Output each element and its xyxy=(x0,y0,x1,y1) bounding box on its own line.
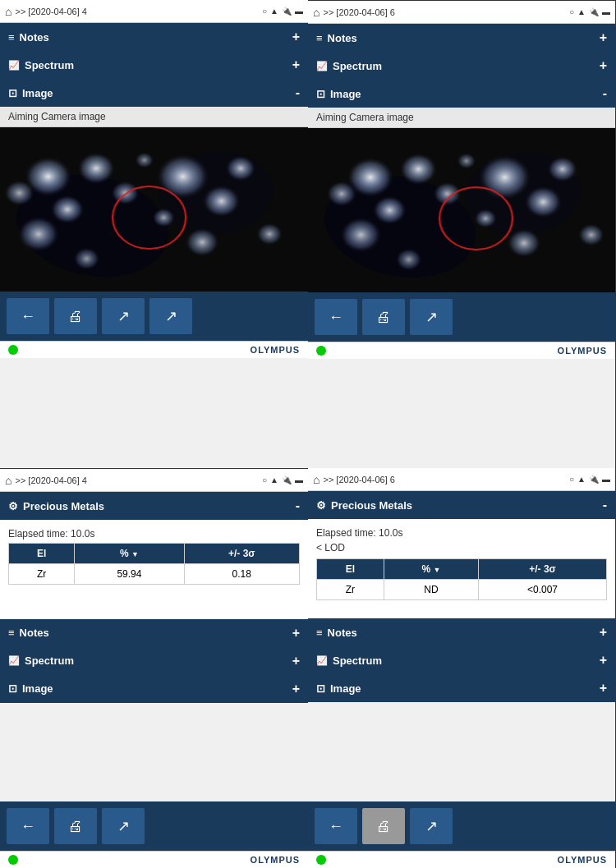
spectrum-toggle-br[interactable]: + xyxy=(600,653,607,668)
export1-button-br[interactable]: ↗ xyxy=(410,808,453,844)
image-label-tr: Image xyxy=(330,88,361,100)
spacer-br xyxy=(308,702,615,801)
usb-icon-tr: 🔌 xyxy=(589,7,599,16)
image-label-tl: Image xyxy=(22,87,53,99)
pm-toggle-br[interactable]: - xyxy=(603,498,607,512)
notes-header-tl[interactable]: ≡ Notes + xyxy=(0,23,308,51)
wifi-icon-br: ▲ xyxy=(577,475,586,484)
breadcrumb-top-left: >> [2020-04-06] 4 xyxy=(15,7,86,16)
cell-pct-bl-0: 59.94 xyxy=(75,564,184,585)
print-button-bl[interactable]: 🖨 xyxy=(54,808,97,844)
camera-canvas-tr xyxy=(308,128,615,292)
back-button-tl[interactable]: ← xyxy=(7,298,49,334)
spectrum-header-bl[interactable]: 📈 Spectrum + xyxy=(0,647,308,675)
image-toggle-tl[interactable]: - xyxy=(296,85,300,100)
spectrum-label-bl: Spectrum xyxy=(25,654,74,667)
image-title-tl: Aiming Camera image xyxy=(0,107,308,127)
back-button-bl[interactable]: ← xyxy=(7,808,49,844)
image-toggle-br[interactable]: + xyxy=(600,681,607,696)
pm-label-bl: Precious Metals xyxy=(23,500,104,512)
image-header-tr[interactable]: ⊡ Image - xyxy=(308,80,615,108)
image-toggle-bl[interactable]: + xyxy=(292,682,300,696)
cell-el-br-0: Zr xyxy=(317,580,384,600)
olympus-logo-bl: OLYMPUS xyxy=(251,855,300,865)
spectrum-toggle-tl[interactable]: + xyxy=(292,57,300,72)
back-button-tr[interactable]: ← xyxy=(315,299,357,335)
footer-br: OLYMPUS xyxy=(308,851,615,868)
usb-icon-bl: 🔌 xyxy=(282,475,292,485)
status-bar-top-right: ⌂ >> [2020-04-06] 6 ○ ▲ 🔌 ▬ xyxy=(308,1,615,24)
precious-metals-header-br[interactable]: ⚙ Precious Metals - xyxy=(308,491,615,519)
spectrum-icon-tl: 📈 xyxy=(8,60,20,71)
spectrum-toggle-bl[interactable]: + xyxy=(292,654,300,668)
notes-toggle-tr[interactable]: + xyxy=(600,30,607,45)
notes-icon-tl: ≡ xyxy=(8,31,15,44)
panel-top-left: ⌂ >> [2020-04-06] 4 ○ ▲ 🔌 ▬ ≡ Notes + 📈 … xyxy=(0,0,308,468)
image-header-bl[interactable]: ⊡ Image + xyxy=(0,675,308,703)
status-icons-br: ○ ▲ 🔌 ▬ xyxy=(569,475,610,484)
spectrum-icon-bl: 📈 xyxy=(8,655,20,666)
image-header-br[interactable]: ⊡ Image + xyxy=(308,674,615,702)
notes-icon-br: ≡ xyxy=(316,627,323,639)
footer-bl: OLYMPUS xyxy=(0,851,308,868)
pm-toggle-bl[interactable]: - xyxy=(296,498,300,513)
breadcrumb-bottom-left: >> [2020-04-06] 4 xyxy=(15,475,86,485)
notes-toggle-bl[interactable]: + xyxy=(292,626,300,641)
wifi-icon: ▲ xyxy=(270,7,278,16)
status-dot-bl xyxy=(8,855,18,865)
notes-header-bl[interactable]: ≡ Notes + xyxy=(0,619,308,647)
export1-button-bl[interactable]: ↗ xyxy=(102,808,145,844)
table-row-br-0: Zr ND <0.007 xyxy=(317,580,607,600)
usb-icon-br: 🔌 xyxy=(589,475,599,484)
home-icon-br: ⌂ xyxy=(313,473,319,486)
export2-button-tl[interactable]: ↗ xyxy=(149,298,192,334)
status-icons: ○ ▲ 🔌 ▬ xyxy=(262,7,303,16)
notes-icon-bl: ≡ xyxy=(8,627,15,639)
action-bar-tr: ← 🖨 ↗ xyxy=(308,292,615,342)
panel-top-right: ⌂ >> [2020-04-06] 6 ○ ▲ 🔌 ▬ ≡ Notes + 📈 … xyxy=(308,0,616,468)
notes-toggle-br[interactable]: + xyxy=(600,625,607,640)
camera-image-tr xyxy=(308,128,615,292)
print-button-tr[interactable]: 🖨 xyxy=(362,299,405,335)
image-label-br: Image xyxy=(330,682,361,695)
export1-button-tr[interactable]: ↗ xyxy=(410,299,453,335)
notes-label-br: Notes xyxy=(328,627,357,639)
notes-header-br[interactable]: ≡ Notes + xyxy=(308,618,615,646)
pm-label-br: Precious Metals xyxy=(331,499,412,512)
notes-label-tl: Notes xyxy=(20,31,49,44)
print-button-br[interactable]: 🖨 xyxy=(362,808,405,844)
col-pct-bl[interactable]: % ▼ xyxy=(75,544,184,564)
usb-icon: 🔌 xyxy=(282,7,292,16)
spectrum-header-br[interactable]: 📈 Spectrum + xyxy=(308,646,615,674)
battery-icon-bl: ▬ xyxy=(295,475,303,485)
spectrum-label-tl: Spectrum xyxy=(25,59,74,71)
image-icon-br: ⊡ xyxy=(316,682,325,695)
status-icons-tr: ○ ▲ 🔌 ▬ xyxy=(569,7,610,16)
status-icons-bl: ○ ▲ 🔌 ▬ xyxy=(262,475,303,485)
breadcrumb-bottom-right: >> [2020-04-06] 6 xyxy=(323,475,394,485)
col-sigma-br: +/- 3σ xyxy=(479,559,607,580)
spectrum-toggle-tr[interactable]: + xyxy=(600,58,607,73)
spectrum-header-tl[interactable]: 📈 Spectrum + xyxy=(0,51,308,79)
image-icon-tr: ⊡ xyxy=(316,88,325,100)
notes-header-tr[interactable]: ≡ Notes + xyxy=(308,24,615,52)
image-icon-tl: ⊡ xyxy=(8,87,17,99)
data-table-br: El % ▼ +/- 3σ Zr ND <0.007 xyxy=(316,558,607,600)
print-button-tl[interactable]: 🖨 xyxy=(54,298,97,334)
col-sigma-bl: +/- 3σ xyxy=(184,544,299,564)
pm-content-bl: Elapsed time: 10.0s El % ▼ +/- 3σ Zr 59.… xyxy=(0,520,308,619)
col-el-br: El xyxy=(317,559,384,580)
image-content-tl: Aiming Camera image xyxy=(0,107,308,292)
notes-toggle-tl[interactable]: + xyxy=(292,30,300,44)
notes-icon-tr: ≡ xyxy=(316,32,323,44)
spectrum-header-tr[interactable]: 📈 Spectrum + xyxy=(308,52,615,80)
export1-button-tl[interactable]: ↗ xyxy=(102,298,145,334)
status-bar-bottom-right: ⌂ >> [2020-04-06] 6 ○ ▲ 🔌 ▬ xyxy=(308,468,615,491)
col-pct-br[interactable]: % ▼ xyxy=(384,559,478,580)
action-bar-bl: ← 🖨 ↗ xyxy=(0,801,308,851)
elapsed-time-bl: Elapsed time: 10.0s xyxy=(8,528,300,540)
image-toggle-tr[interactable]: - xyxy=(603,86,607,101)
image-header-tl[interactable]: ⊡ Image - xyxy=(0,79,308,107)
back-button-br[interactable]: ← xyxy=(315,808,357,844)
precious-metals-header-bl[interactable]: ⚙ Precious Metals - xyxy=(0,492,308,520)
